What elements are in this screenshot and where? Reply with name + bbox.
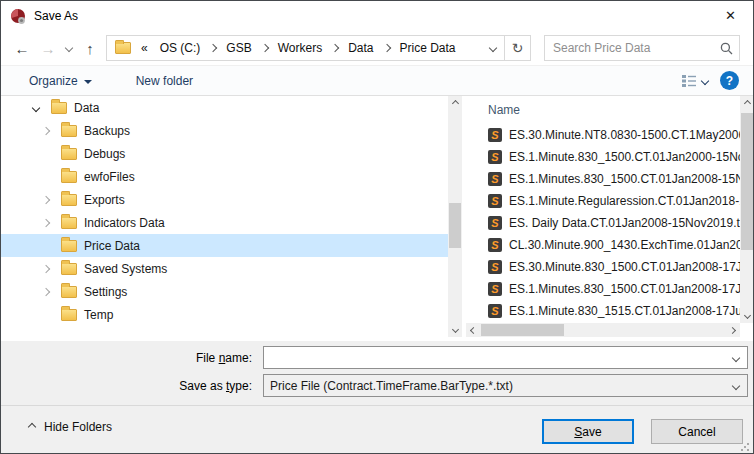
help-button[interactable]: ? <box>720 71 739 90</box>
label-text: ype: <box>229 379 252 393</box>
file-item[interactable]: S ES.30.Minute.830_1500.CT.01Jan2008-17J… <box>466 256 740 278</box>
tree-item-label: ewfoFiles <box>84 170 135 184</box>
change-view-button[interactable] <box>677 71 712 91</box>
tree-item-saved-systems[interactable]: Saved Systems <box>1 257 448 280</box>
tree-item-temp[interactable]: Temp <box>1 303 448 326</box>
recent-locations-button[interactable] <box>63 36 75 60</box>
file-item[interactable]: S ES.1.Minute.830_1515.CT.01Jan2008-17Ju… <box>466 300 740 322</box>
save-as-type-label: Save as type: <box>179 379 252 393</box>
tree-item-ewfofiles[interactable]: ewfoFiles <box>1 165 448 188</box>
name-column-header[interactable]: Name <box>466 96 740 124</box>
file-item[interactable]: S ES.1.Minutes.830_1500.CT.01Jan2008-17J… <box>466 278 740 300</box>
breadcrumb-gsb[interactable]: GSB <box>222 41 255 55</box>
search-icon[interactable] <box>713 42 739 55</box>
refresh-icon: ↻ <box>512 40 524 56</box>
scroll-right-button[interactable] <box>725 323 740 337</box>
file-type-icon: S <box>488 304 502 318</box>
up-button[interactable]: ↑ <box>79 36 101 60</box>
tree-item-data[interactable]: Data <box>1 96 448 119</box>
chevron-up-icon <box>28 423 36 431</box>
resize-grip[interactable] <box>740 442 750 452</box>
navigation-bar: ← → ↑ « OS (C:) GSB Workers Data Price D… <box>1 31 753 65</box>
chevron-right-icon <box>729 326 736 333</box>
save-as-dialog: Save As ✕ ← → ↑ « OS (C:) GSB Workers Da… <box>0 0 754 454</box>
cancel-button[interactable]: Cancel <box>651 419 743 444</box>
scrollbar-thumb[interactable] <box>481 324 564 336</box>
folder-icon <box>61 171 77 183</box>
folder-icon <box>61 263 77 275</box>
command-toolbar: Organize New folder ? <box>1 65 753 96</box>
tree-item-indicators-data[interactable]: Indicators Data <box>1 211 448 234</box>
help-icon: ? <box>726 74 733 88</box>
file-type-icon: S <box>488 282 502 296</box>
new-folder-label: New folder <box>136 74 193 88</box>
chevron-up-icon <box>743 100 750 107</box>
file-name-dropdown-button[interactable] <box>725 355 747 361</box>
scrollbar-thumb[interactable] <box>449 203 461 248</box>
folder-icon <box>61 194 77 206</box>
organize-label: Organize <box>29 74 78 88</box>
chevron-collapsed-icon[interactable] <box>43 197 61 203</box>
tree-item-label: Temp <box>84 308 113 322</box>
search-box <box>544 35 740 61</box>
chevron-collapsed-icon[interactable] <box>43 128 61 134</box>
chevron-expanded-icon[interactable] <box>33 105 51 111</box>
label-text: ame: <box>225 351 252 365</box>
chevron-down-icon <box>489 44 497 52</box>
file-item[interactable]: S ES. Daily Data.CT.01Jan2008-15Nov2019.… <box>466 212 740 234</box>
file-item[interactable]: S ES.1.Minutes.830_1500.CT.01Jan2008-15N… <box>466 168 740 190</box>
save-as-type-dropdown-button[interactable] <box>725 383 747 389</box>
file-item[interactable]: S ES.1.Minute.Regularession.CT.01Jan2018… <box>466 190 740 212</box>
address-dropdown-button[interactable] <box>482 36 504 60</box>
folder-icon <box>51 102 67 114</box>
breadcrumb-overflow[interactable]: « <box>137 41 152 55</box>
tree-item-settings[interactable]: Settings <box>1 280 448 303</box>
scroll-left-button[interactable] <box>466 323 481 337</box>
close-icon: ✕ <box>725 8 736 23</box>
file-list-hscrollbar[interactable] <box>466 323 740 337</box>
tree-item-debugs[interactable]: Debugs <box>1 142 448 165</box>
scroll-down-button[interactable] <box>448 322 462 337</box>
forward-button[interactable]: → <box>37 36 59 60</box>
hide-folders-button[interactable]: Hide Folders <box>29 420 112 434</box>
file-item[interactable]: S ES.30.Minute.NT8.0830-1500.CT.1May2006… <box>466 124 740 146</box>
file-name-text: CL.30.Minute.900_1430.ExchTime.01Jan2008 <box>509 238 740 252</box>
refresh-button[interactable]: ↻ <box>504 36 530 60</box>
chevron-collapsed-icon[interactable] <box>43 289 61 295</box>
file-name-combobox <box>263 346 748 369</box>
save-button[interactable]: Save <box>542 419 634 444</box>
label-text: Save as <box>179 379 226 393</box>
organize-button[interactable]: Organize <box>21 66 100 95</box>
file-name-text: ES.1.Minutes.830_1500.CT.01Jan2008-17Jul… <box>509 282 740 296</box>
tree-item-exports[interactable]: Exports <box>1 188 448 211</box>
address-bar[interactable]: « OS (C:) GSB Workers Data Price Data ↻ <box>106 35 531 61</box>
breadcrumb-price-data[interactable]: Price Data <box>396 41 460 55</box>
save-as-type-select[interactable]: Price File (Contract.TimeFrame.BarType.*… <box>263 374 748 397</box>
scrollbar-thumb[interactable] <box>741 113 753 250</box>
breadcrumb-os-c[interactable]: OS (C:) <box>156 41 205 55</box>
search-input[interactable] <box>545 41 713 55</box>
scroll-up-button[interactable] <box>448 96 462 111</box>
new-folder-button[interactable]: New folder <box>128 66 201 95</box>
breadcrumb-workers[interactable]: Workers <box>274 41 326 55</box>
close-button[interactable]: ✕ <box>708 1 753 30</box>
back-button[interactable]: ← <box>11 36 33 60</box>
tree-item-price-data[interactable]: Price Data <box>1 234 448 257</box>
scroll-up-button[interactable] <box>740 96 754 111</box>
file-type-icon: S <box>488 260 502 274</box>
tree-scrollbar[interactable] <box>448 96 462 337</box>
file-list: Name S ES.30.Minute.NT8.0830-1500.CT.1Ma… <box>466 96 740 337</box>
save-as-type-value: Price File (Contract.TimeFrame.BarType.*… <box>264 379 725 393</box>
breadcrumb-data[interactable]: Data <box>344 41 377 55</box>
file-name-text: ES.30.Minute.830_1500.CT.01Jan2008-17Jul… <box>509 260 740 274</box>
chevron-collapsed-icon[interactable] <box>43 220 61 226</box>
file-name-input[interactable] <box>264 351 725 365</box>
tree-item-label: Settings <box>84 285 127 299</box>
name-column-label: Name <box>488 103 520 117</box>
tree-item-backups[interactable]: Backups <box>1 119 448 142</box>
file-item[interactable]: S CL.30.Minute.900_1430.ExchTime.01Jan20… <box>466 234 740 256</box>
chevron-collapsed-icon[interactable] <box>43 266 61 272</box>
file-list-vscrollbar[interactable] <box>740 96 754 323</box>
scroll-down-button[interactable] <box>740 308 754 323</box>
file-item[interactable]: S ES.1.Minute.830_1500.CT.01Jan2000-15No… <box>466 146 740 168</box>
